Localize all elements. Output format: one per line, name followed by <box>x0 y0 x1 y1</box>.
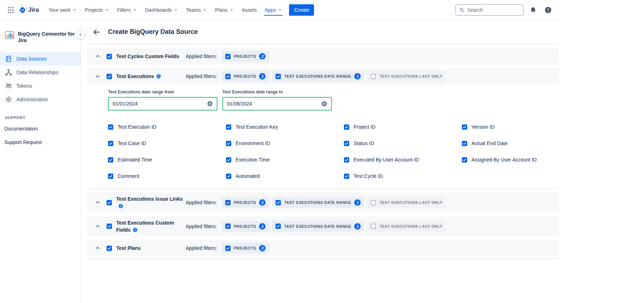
field-checkbox[interactable] <box>462 124 467 130</box>
jira-logo[interactable]: Jira <box>19 6 39 14</box>
support-item-support-request[interactable]: Support Request <box>0 135 81 149</box>
nav-item-filters[interactable]: Filters <box>113 0 141 20</box>
field-checkbox[interactable] <box>226 174 231 179</box>
sidebar-item-tokens[interactable]: Tokens <box>0 79 81 93</box>
field-checkbox[interactable] <box>462 157 467 163</box>
filter-checkbox[interactable] <box>275 200 281 205</box>
sidebar: BigQuery Connector for Jira Data Sources… <box>0 20 81 303</box>
filter-checkbox[interactable] <box>275 74 281 79</box>
section-checkbox[interactable] <box>107 224 112 229</box>
section-toggle[interactable] <box>94 223 101 230</box>
sidebar-collapse-button[interactable] <box>76 30 85 39</box>
filter-badge-test-executions-last-only[interactable]: TEST EXECUTIONS LAST ONLY <box>367 71 446 82</box>
field-checkbox[interactable] <box>108 157 113 163</box>
nav-item-projects[interactable]: Projects <box>81 0 113 20</box>
sidebar-item-administration[interactable]: Administration <box>0 93 81 106</box>
filter-badge-test-executions-date-range[interactable]: TEST EXECUTIONS DATE RANGE1 <box>272 221 364 232</box>
section-toggle[interactable] <box>94 73 101 80</box>
nav-item-label: Apps <box>264 7 276 13</box>
clear-icon[interactable] <box>207 101 213 107</box>
field-project-id[interactable]: Project ID <box>344 124 462 130</box>
filter-badge-projects[interactable]: PROJECTS2 <box>222 71 269 82</box>
create-button[interactable]: Create <box>289 4 314 16</box>
field-status-id[interactable]: Status ID <box>344 140 462 146</box>
field-estimated-time[interactable]: Estimated Time <box>108 157 226 163</box>
info-icon[interactable] <box>133 227 138 232</box>
date-from-input[interactable]: 01/01/2024 <box>108 97 217 111</box>
field-label: Execution Time <box>236 157 270 163</box>
section-toggle[interactable] <box>94 245 101 252</box>
app-switcher-icon[interactable] <box>5 4 16 16</box>
nav-item-apps[interactable]: Apps <box>261 0 286 20</box>
field-checkbox[interactable] <box>108 174 113 179</box>
filter-checkbox[interactable] <box>371 224 376 229</box>
filter-badge-test-executions-last-only[interactable]: TEST EXECUTIONS LAST ONLY <box>367 197 446 208</box>
help-icon[interactable]: ? <box>542 4 554 16</box>
field-test-execution-id[interactable]: Test Execution ID <box>108 124 226 130</box>
filter-checkbox[interactable] <box>225 54 231 59</box>
notifications-icon[interactable] <box>527 4 539 16</box>
sidebar-item-label: Tokens <box>16 83 32 89</box>
filter-badge-projects[interactable]: PROJECTS2 <box>222 197 269 208</box>
search-input[interactable] <box>467 7 520 13</box>
section-checkbox[interactable] <box>107 54 112 59</box>
field-version-id[interactable]: Version ID <box>462 124 559 130</box>
field-checkbox[interactable] <box>462 141 467 146</box>
field-automated[interactable]: Automated <box>226 173 344 179</box>
field-checkbox[interactable] <box>344 141 349 146</box>
info-icon[interactable] <box>118 204 123 209</box>
field-executed-by-user-account-id[interactable]: Executed By User Account ID <box>344 157 462 163</box>
info-icon[interactable] <box>156 74 161 79</box>
field-checkbox[interactable] <box>226 124 231 130</box>
field-test-cycle-id[interactable]: Test Cycle ID <box>344 173 462 179</box>
search-box[interactable] <box>455 4 524 16</box>
field-checkbox[interactable] <box>344 174 349 179</box>
content-area: Test Cycles Custom FieldsApplied filters… <box>81 44 559 303</box>
chevron-up-icon <box>94 53 101 60</box>
section-checkbox[interactable] <box>107 246 112 251</box>
filter-checkbox[interactable] <box>225 74 231 79</box>
section-checkbox[interactable] <box>107 200 112 205</box>
filter-checkbox[interactable] <box>275 224 281 229</box>
back-button[interactable] <box>92 27 102 37</box>
field-checkbox[interactable] <box>226 141 231 146</box>
field-test-execution-key[interactable]: Test Execution Key <box>226 124 344 130</box>
field-checkbox[interactable] <box>226 157 231 163</box>
section-checkbox[interactable] <box>107 74 112 79</box>
filter-badge-test-executions-last-only[interactable]: TEST EXECUTIONS LAST ONLY <box>367 221 446 232</box>
nav-item-dashboards[interactable]: Dashboards <box>141 0 182 20</box>
sidebar-item-data-relationships[interactable]: Data Relationships <box>0 66 81 79</box>
sidebar-item-data-sources[interactable]: Data Sources <box>0 52 81 66</box>
field-checkbox[interactable] <box>108 141 113 146</box>
filter-checkbox[interactable] <box>371 74 376 79</box>
filter-badge-projects[interactable]: PROJECTS2 <box>222 243 269 253</box>
filter-checkbox[interactable] <box>225 224 231 229</box>
clear-icon[interactable] <box>321 101 327 107</box>
filter-checkbox[interactable] <box>225 246 231 251</box>
filter-badge-test-executions-date-range[interactable]: TEST EXECUTIONS DATE RANGE1 <box>272 71 364 82</box>
field-assigned-by-user-account-id[interactable]: Assigned By User Account ID <box>462 157 559 163</box>
field-execution-time[interactable]: Execution Time <box>226 157 344 163</box>
nav-item-your-work[interactable]: Your work <box>45 0 81 20</box>
nav-item-plans[interactable]: Plans <box>211 0 238 20</box>
svg-text:?: ? <box>547 7 550 12</box>
field-comment[interactable]: Comment <box>108 173 226 179</box>
filter-checkbox[interactable] <box>371 200 376 205</box>
date-to-input[interactable]: 01/09/2024 <box>222 97 332 111</box>
support-item-documentation[interactable]: Documentation <box>0 122 81 135</box>
field-actual-end-date[interactable]: Actual End Date <box>462 140 559 146</box>
filter-badge-projects[interactable]: PROJECTS2 <box>222 221 269 232</box>
filter-checkbox[interactable] <box>225 200 231 205</box>
field-environment-id[interactable]: Environment ID <box>226 140 344 146</box>
section-toggle[interactable] <box>94 199 101 206</box>
field-checkbox[interactable] <box>108 124 113 130</box>
section-toggle[interactable] <box>94 53 101 60</box>
filter-badge-projects[interactable]: PROJECTS2 <box>222 51 269 62</box>
nav-item-teams[interactable]: Teams <box>182 0 211 20</box>
nav-item-assets[interactable]: Assets <box>238 0 261 20</box>
field-test-case-id[interactable]: Test Case ID <box>108 140 226 146</box>
field-checkbox[interactable] <box>344 157 349 163</box>
field-checkbox[interactable] <box>344 124 349 130</box>
filter-badge-test-executions-date-range[interactable]: TEST EXECUTIONS DATE RANGE1 <box>272 197 364 208</box>
app-title: BigQuery Connector for Jira <box>18 31 75 43</box>
